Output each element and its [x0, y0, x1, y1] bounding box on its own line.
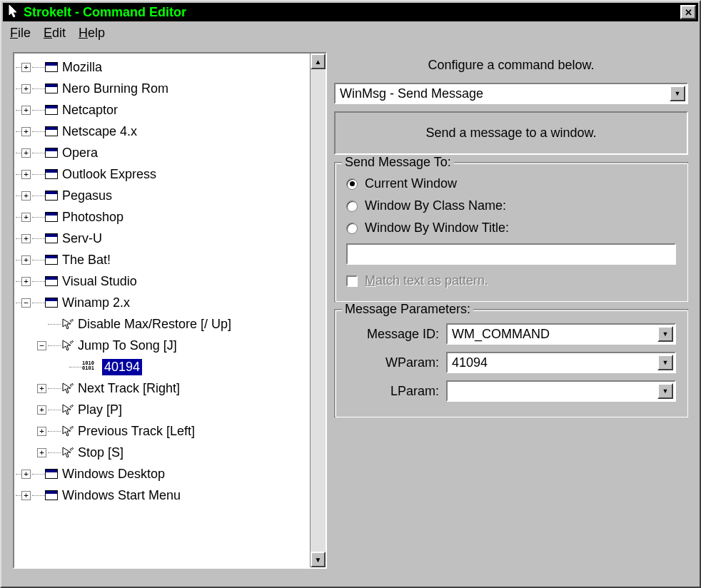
- app-icon: [45, 469, 58, 479]
- message-id-label: Message ID:: [346, 327, 439, 342]
- command-select-value: WinMsg - Send Message: [340, 86, 483, 101]
- tree-item-netscape[interactable]: +Netscape 4.x: [16, 121, 308, 142]
- command-description: Send a message to a window.: [334, 111, 688, 155]
- gesture-icon: [61, 425, 75, 437]
- chevron-down-icon[interactable]: ▼: [657, 383, 673, 399]
- match-pattern-checkbox: Match text as pattern.: [346, 265, 676, 290]
- scrollbar[interactable]: ▲ ▼: [310, 54, 326, 567]
- wparam-select[interactable]: 41094 ▼: [446, 352, 676, 373]
- gesture-icon: [61, 403, 75, 416]
- lparam-label: LParam:: [346, 384, 439, 399]
- tree-item-winamp[interactable]: −Winamp 2.x: [16, 292, 308, 313]
- app-window: StrokeIt - Command Editor ✕ File Edit He…: [0, 0, 701, 588]
- tree-item-nexttrack[interactable]: +Next Track [Right]: [16, 377, 308, 399]
- tree-item-pegasus[interactable]: +Pegasus: [16, 185, 308, 206]
- app-icon: [45, 490, 58, 500]
- tree-item-stop[interactable]: +Stop [S]: [16, 442, 308, 463]
- app-icon: [45, 126, 58, 136]
- menu-help[interactable]: Help: [79, 26, 105, 41]
- configure-label: Configure a command below.: [334, 52, 688, 76]
- tree-panel: +Mozilla +Nero Burning Rom +Netcaptor +N…: [13, 52, 327, 569]
- app-icon: [45, 212, 58, 222]
- tree-item-mozilla[interactable]: +Mozilla: [16, 56, 308, 78]
- tree[interactable]: +Mozilla +Nero Burning Rom +Netcaptor +N…: [14, 54, 310, 567]
- close-button[interactable]: ✕: [680, 5, 696, 19]
- scroll-up-button[interactable]: ▲: [311, 54, 326, 69]
- params-legend: Message Parameters:: [342, 302, 473, 317]
- app-icon: [45, 298, 58, 308]
- lparam-select[interactable]: ▼: [446, 380, 676, 402]
- app-icon: [45, 62, 58, 72]
- tree-item-jumptosong[interactable]: −Jump To Song [J]: [16, 335, 308, 356]
- tree-item-nero[interactable]: +Nero Burning Rom: [16, 78, 308, 99]
- scroll-track[interactable]: [311, 69, 326, 552]
- menubar: File Edit Help: [3, 21, 698, 45]
- chevron-down-icon[interactable]: ▼: [657, 326, 673, 342]
- menu-file[interactable]: File: [10, 26, 31, 41]
- radio-icon: [346, 201, 358, 212]
- app-icon: [45, 233, 58, 243]
- tree-item-windows-startmenu[interactable]: +Windows Start Menu: [16, 485, 308, 506]
- window-match-input[interactable]: [346, 243, 676, 265]
- tree-item-40194[interactable]: 1010010140194: [16, 356, 308, 377]
- chevron-down-icon[interactable]: ▼: [670, 86, 685, 101]
- chevron-down-icon[interactable]: ▼: [657, 355, 673, 370]
- tree-item-disable-maxrestore[interactable]: Disable Max/Restore [/ Up]: [16, 313, 308, 335]
- app-icon: [45, 191, 58, 201]
- app-icon: [45, 148, 58, 158]
- app-icon: [45, 83, 58, 93]
- titlebar: StrokeIt - Command Editor ✕: [3, 3, 698, 21]
- binary-icon: 10100101: [82, 361, 99, 372]
- gesture-icon: [61, 318, 75, 330]
- tree-item-windows-desktop[interactable]: +Windows Desktop: [16, 463, 308, 485]
- tree-item-thebat[interactable]: +The Bat!: [16, 249, 308, 270]
- wparam-label: WParam:: [346, 355, 439, 370]
- tree-item-servu[interactable]: +Serv-U: [16, 228, 308, 249]
- message-parameters-group: Message Parameters: Message ID: WM_COMMA…: [334, 309, 688, 417]
- window-title: StrokeIt - Command Editor: [24, 5, 680, 20]
- radio-by-title[interactable]: Window By Window Title:: [346, 217, 676, 239]
- cursor-icon: [8, 4, 19, 21]
- right-panel: Configure a command below. WinMsg - Send…: [334, 52, 688, 569]
- message-id-select[interactable]: WM_COMMAND ▼: [446, 323, 676, 345]
- tree-item-outlook[interactable]: +Outlook Express: [16, 163, 308, 185]
- content: +Mozilla +Nero Burning Rom +Netcaptor +N…: [3, 45, 698, 579]
- send-message-to-group: Send Message To: Current Window Window B…: [334, 162, 688, 302]
- radio-icon: [346, 178, 358, 190]
- app-icon: [45, 105, 58, 115]
- tree-item-photoshop[interactable]: +Photoshop: [16, 206, 308, 228]
- app-icon: [45, 169, 58, 179]
- app-icon: [45, 276, 58, 286]
- radio-icon: [346, 223, 358, 234]
- menu-edit[interactable]: Edit: [44, 26, 66, 41]
- tree-item-netcaptor[interactable]: +Netcaptor: [16, 99, 308, 121]
- gesture-icon: [61, 339, 75, 352]
- gesture-icon: [61, 382, 75, 395]
- app-icon: [45, 255, 58, 265]
- tree-item-prevtrack[interactable]: +Previous Track [Left]: [16, 420, 308, 442]
- gesture-icon: [61, 446, 75, 459]
- match-pattern-label: Match text as pattern.: [365, 273, 488, 288]
- send-to-legend: Send Message To:: [342, 155, 454, 170]
- command-select[interactable]: WinMsg - Send Message ▼: [334, 83, 688, 104]
- tree-item-visualstudio[interactable]: +Visual Studio: [16, 270, 308, 292]
- radio-current-window[interactable]: Current Window: [346, 173, 676, 195]
- checkbox-icon: [346, 275, 358, 287]
- radio-by-classname[interactable]: Window By Class Name:: [346, 195, 676, 217]
- tree-item-play[interactable]: +Play [P]: [16, 399, 308, 420]
- tree-item-opera[interactable]: +Opera: [16, 142, 308, 163]
- scroll-down-button[interactable]: ▼: [311, 552, 326, 567]
